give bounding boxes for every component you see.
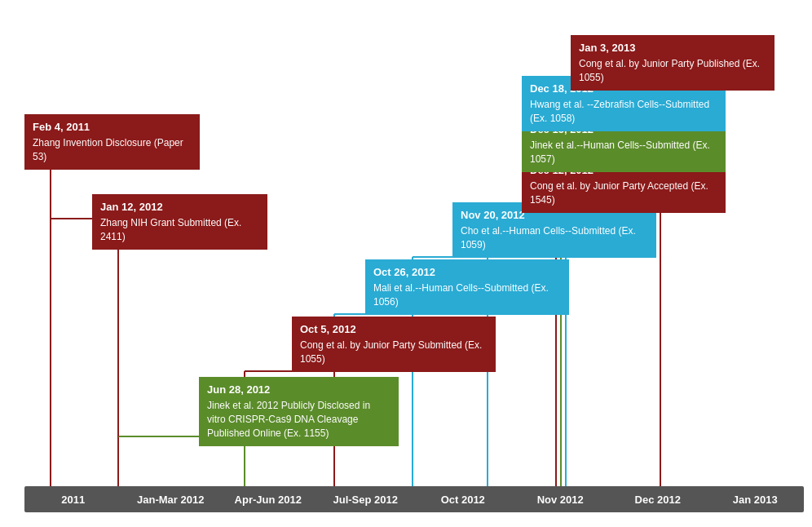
event-desc-evt5: Mali et al.--Human Cells--Submitted (Ex.… (373, 282, 549, 308)
event-desc-evt10: Cong et al. by Junior Party Published (E… (579, 58, 760, 83)
event-box-evt3: Jun 28, 2012Jinek et al. 2012 Publicly D… (199, 377, 399, 446)
event-desc-evt1: Zhang Invention Disclosure (Paper 53) (33, 137, 183, 162)
event-desc-evt8: Jinek et al.--Human Cells--Submitted (Ex… (530, 140, 710, 165)
event-date-evt1: Feb 4, 2011 (33, 120, 192, 135)
event-box-evt4: Oct 5, 2012Cong et al. by Junior Party S… (292, 317, 496, 372)
axis-label-dec: Dec 2012 (609, 494, 707, 506)
axis-label-nov: Nov 2012 (512, 494, 610, 506)
axis-label-oct: Oct 2012 (414, 494, 512, 506)
axis-label-jan-mar: Jan-Mar 2012 (122, 494, 220, 506)
event-date-evt5: Oct 26, 2012 (373, 265, 561, 280)
event-desc-evt7: Cong et al. by Junior Party Accepted (Ex… (530, 180, 708, 206)
event-box-evt10: Jan 3, 2013Cong et al. by Junior Party P… (571, 35, 774, 91)
axis-label-2011: 2011 (24, 494, 122, 506)
timeline-container: 2011 Jan-Mar 2012 Apr-Jun 2012 Jul-Sep 2… (0, 0, 812, 527)
event-box-evt2: Jan 12, 2012Zhang NIH Grant Submitted (E… (92, 194, 267, 250)
axis-label-jul-sep: Jul-Sep 2012 (317, 494, 415, 506)
event-desc-evt3: Jinek et al. 2012 Publicly Disclosed in … (207, 400, 370, 439)
event-desc-evt9: Hwang et al. --Zebrafish Cells--Submitte… (530, 99, 709, 124)
event-date-evt3: Jun 28, 2012 (207, 383, 391, 397)
event-date-evt10: Jan 3, 2013 (579, 41, 766, 55)
event-box-evt1: Feb 4, 2011Zhang Invention Disclosure (P… (24, 114, 200, 170)
axis-label-jan2013: Jan 2013 (707, 494, 805, 506)
event-desc-evt6: Cho et al.--Human Cells--Submitted (Ex. … (461, 225, 636, 250)
event-date-evt2: Jan 12, 2012 (100, 200, 259, 215)
event-date-evt4: Oct 5, 2012 (300, 322, 488, 337)
event-desc-evt4: Cong et al. by Junior Party Submitted (E… (300, 339, 482, 365)
timeline-axis: 2011 Jan-Mar 2012 Apr-Jun 2012 Jul-Sep 2… (24, 486, 804, 512)
axis-label-apr-jun: Apr-Jun 2012 (219, 494, 317, 506)
event-desc-evt2: Zhang NIH Grant Submitted (Ex. 2411) (100, 217, 241, 242)
event-box-evt5: Oct 26, 2012Mali et al.--Human Cells--Su… (365, 259, 569, 315)
